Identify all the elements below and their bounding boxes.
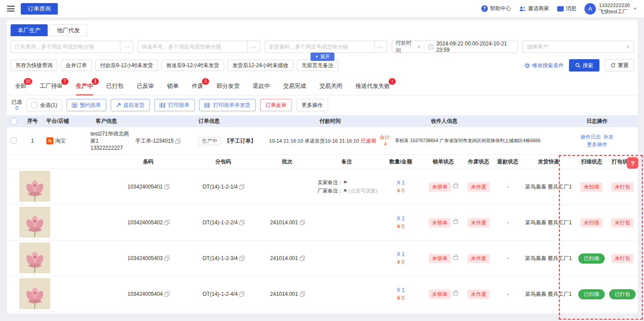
row-checkbox[interactable]	[11, 137, 17, 144]
detail-row: 103424005404 OT(14)-1-2-4/4 241014.001 X…	[7, 276, 638, 312]
scan-status-badge[interactable]: 未扫描	[580, 182, 603, 192]
tracking-search-input[interactable]	[138, 41, 247, 53]
more-operations-link[interactable]: 更多操作	[587, 142, 607, 147]
lock-icon[interactable]	[453, 185, 458, 188]
tab-completed[interactable]: 交易完成	[283, 82, 306, 95]
tab-partial-shipped[interactable]: 部分发货	[217, 82, 240, 95]
checkbox	[31, 102, 37, 108]
print-and-ship-button[interactable]: 打印面单并发货	[199, 99, 256, 111]
copy-icon[interactable]	[165, 291, 169, 296]
pack-status-badge[interactable]: 未打包	[611, 218, 634, 227]
filter-unshipped-9-12h-button[interactable]: 付款后9-12小时未发货	[95, 60, 158, 71]
reset-button[interactable]: 重置	[605, 59, 634, 72]
merge-orders-button[interactable]: 合并订单	[61, 60, 92, 71]
print-sheet-button[interactable]: 打印面单	[154, 99, 195, 111]
copy-icon[interactable]	[240, 256, 244, 261]
product-image	[19, 171, 50, 202]
messages-link[interactable]: 消息	[557, 5, 577, 12]
tab-reverse-audited[interactable]: 已反审	[137, 82, 154, 95]
chevron-down-icon: ∨	[626, 45, 629, 49]
order-query-button[interactable]: 订单查询	[21, 3, 58, 15]
count-badge: 1	[389, 78, 396, 85]
tracking-search-more-button[interactable]: ···	[247, 41, 260, 53]
save-quick-query-button[interactable]: 另存为快捷查询	[11, 60, 57, 71]
reissue-link[interactable]: 补发	[603, 134, 614, 140]
count-badge: 7	[61, 78, 68, 85]
more-actions-button[interactable]: 更多操作	[296, 99, 328, 111]
select-all-checkbox[interactable]: 全选(1)	[26, 99, 62, 111]
search-button[interactable]: 搜索	[569, 59, 599, 72]
tab-push-failed[interactable]: 推送代发失败1	[356, 82, 390, 95]
filter-pushed-unshipped-9-12h-button[interactable]: 推送后9-12小时未发货	[161, 60, 224, 71]
tab-packed[interactable]: 已打包	[106, 82, 124, 95]
tab-all[interactable]: 全部10	[15, 82, 26, 95]
order-search-more-button[interactable]: ···	[120, 41, 133, 53]
filter-no-remark-button[interactable]: 无留言无备注	[297, 60, 338, 71]
copy-icon[interactable]	[165, 220, 169, 225]
tab-own-factory[interactable]: 本厂生产	[11, 24, 48, 36]
help-icon: ?	[481, 5, 488, 12]
account-menu[interactable]: A 13322222230 飞快test工厂 ▼	[584, 3, 637, 15]
copy-icon[interactable]	[240, 291, 244, 296]
subpack-code: OT(14)-1-2-1/4	[202, 184, 238, 190]
col-scan-status: 扫描状态	[576, 158, 607, 166]
pickup-barcode-more-button[interactable]: ···	[374, 41, 387, 53]
lock-icon[interactable]	[453, 256, 458, 260]
operation-log-link[interactable]: 操作日志	[580, 134, 601, 140]
order-table-header: 序号 平台/店铺 客户信息 订单信息 付款时间 收件人信息 日志操作	[7, 115, 638, 127]
order-status-chip: 生产中	[198, 137, 221, 145]
reserve-sheet-button[interactable]: 预约面单	[67, 99, 106, 111]
lock-icon[interactable]	[453, 220, 458, 224]
customer-select[interactable]: 选择客户 ∨	[522, 41, 634, 53]
reverse-audit-button[interactable]: 订单反审	[260, 99, 292, 111]
pack-status-badge[interactable]: 未打包	[611, 182, 634, 192]
copy-icon[interactable]	[165, 184, 169, 189]
invite-merchant-link[interactable]: 邀请商家	[519, 5, 549, 12]
tab-locked[interactable]: 锁单	[167, 82, 179, 95]
flag-icon[interactable]: ⚑	[343, 188, 348, 193]
quantity: X 1	[378, 250, 424, 258]
menu-icon[interactable]	[7, 6, 15, 11]
void-status-badge: 未作废	[468, 290, 490, 299]
tab-refunding[interactable]: 退款中	[253, 82, 270, 95]
copy-icon[interactable]	[165, 256, 169, 261]
barcode-icon	[160, 103, 166, 108]
copy-icon[interactable]	[176, 139, 180, 144]
help-bubble-icon[interactable]: ?	[627, 157, 638, 169]
chevron-down-icon: ∨	[418, 45, 421, 49]
scan-status-badge[interactable]: 未扫描	[580, 218, 603, 227]
scan-status-badge[interactable]: 已扫描	[578, 289, 605, 299]
people-icon	[519, 6, 526, 11]
order-search-input[interactable]	[11, 41, 120, 53]
pack-status-badge[interactable]: 已打包	[609, 289, 636, 299]
tab-other-factory[interactable]: 他厂代发	[49, 24, 87, 36]
tab-in-production[interactable]: 生产中1	[76, 82, 93, 95]
note-cell: 卖家备注：⚑ 厂家备注：⚑ (点击可设置)	[316, 178, 378, 196]
pay-time-range-control[interactable]: 付款时间 ∨ 2024-09-22 00:00-2024-10-21 23:59	[392, 41, 518, 53]
col-log-ops: 日志操作	[556, 117, 638, 125]
arrow-up-right-icon	[116, 103, 121, 108]
early-ship-button[interactable]: 提前发货	[111, 99, 150, 111]
scan-status-badge[interactable]: 已扫描	[578, 253, 605, 264]
taobao-icon: 淘	[46, 137, 53, 144]
barcode-value: 103424005401	[127, 184, 163, 190]
filter-uncollected-12-24h-button[interactable]: 发货后12-24小时未揽收	[228, 60, 293, 71]
copy-icon[interactable]	[240, 184, 244, 189]
pack-status-badge[interactable]: 未打包	[611, 254, 634, 263]
tab-voided[interactable]: 作废3	[192, 82, 203, 95]
lock-icon[interactable]	[453, 292, 458, 295]
search-icon	[575, 63, 580, 68]
copy-icon[interactable]	[300, 256, 304, 261]
header-checkbox[interactable]	[11, 118, 17, 125]
copy-icon[interactable]	[300, 220, 304, 225]
pickup-barcode-input[interactable]	[265, 41, 374, 53]
copy-icon[interactable]	[240, 220, 244, 225]
col-note: 备注	[316, 158, 378, 166]
modify-search-conditions-link[interactable]: 修改搜索条件	[524, 62, 564, 69]
note-hint[interactable]: (点击可设置)	[349, 188, 378, 193]
copy-icon[interactable]	[300, 291, 304, 296]
tab-factory-pending[interactable]: 工厂待审7	[40, 82, 63, 95]
expand-filters-button[interactable]: ▼ 展开	[311, 53, 334, 61]
help-center-link[interactable]: ? 帮助中心	[481, 5, 511, 12]
tab-closed[interactable]: 交易关闭	[319, 82, 342, 95]
